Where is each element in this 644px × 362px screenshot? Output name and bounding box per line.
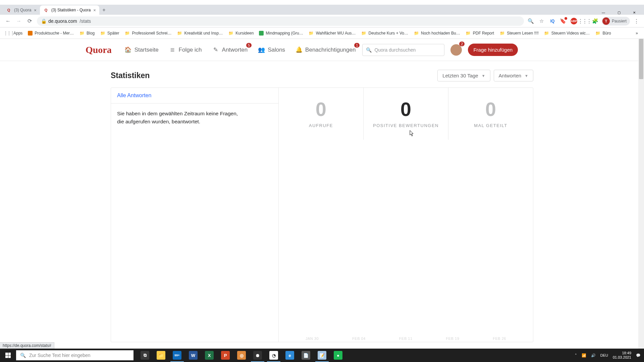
metric-aufrufe[interactable]: 0AUFRUFE — [279, 88, 364, 140]
chart-x-axis: JAN 30FEB 04FEB 11FEB 19FEB 26 — [279, 337, 533, 342]
taskbar-app-task-view[interactable]: ⧉ — [137, 349, 153, 362]
browser-tab-stats[interactable]: Q (3) Statistiken - Quora × — [40, 5, 99, 15]
close-window-button[interactable]: ✕ — [627, 10, 642, 15]
maximize-button[interactable]: ▢ — [611, 10, 627, 15]
bookmark-item[interactable]: 📁PDF Report — [463, 29, 497, 37]
new-tab-button[interactable]: + — [99, 5, 109, 15]
nav-benachrichtigungen[interactable]: 🔔Benachrichtigungen1 — [294, 46, 356, 54]
quora-search-input[interactable]: 🔍 Quora durchsuchen — [362, 44, 444, 56]
apps-grid-icon: ⋮⋮⋮ — [6, 31, 11, 36]
taskbar-app-notepad[interactable]: 📝 — [314, 349, 330, 362]
chrome-menu-icon[interactable]: ⋮ — [632, 17, 641, 25]
bookmark-item[interactable]: ⋮⋮⋮Apps — [3, 29, 25, 37]
x-axis-tick: FEB 26 — [493, 337, 506, 341]
taskbar-app-word[interactable]: W — [185, 349, 201, 362]
lock-icon: 🔒 — [41, 18, 46, 24]
tray-language[interactable]: DEU — [600, 353, 608, 357]
back-button[interactable]: ← — [3, 16, 13, 26]
bookmark-item[interactable]: 📁Noch hochladen Bu… — [411, 29, 463, 37]
tray-clock[interactable]: 18:49 01.03.2021 — [613, 351, 631, 360]
bookmark-item[interactable]: 📁Wahlfächer WU Aus… — [306, 29, 359, 37]
bookmark-item[interactable]: 📁Deutsche Kurs + Vo… — [359, 29, 411, 37]
bookmark-label: Büro — [602, 31, 611, 36]
bookmark-item[interactable]: 📁Büro — [592, 29, 613, 37]
taskbar-app-obs[interactable]: ⏺ — [250, 349, 266, 362]
quora-logo[interactable]: Quora — [86, 45, 112, 55]
profile-avatar[interactable]: 2 — [450, 44, 462, 56]
forward-button[interactable]: → — [14, 16, 23, 26]
all-answers-tab[interactable]: Alle Antworten — [111, 88, 278, 104]
bookmark-label: Steuern Lesen !!!! — [507, 31, 539, 36]
vertical-scrollbar[interactable] — [638, 39, 644, 349]
tray-notifications-icon[interactable]: 💬 — [636, 353, 641, 358]
taskbar-app-excel[interactable]: X — [201, 349, 217, 362]
metric-positive-bewertungen[interactable]: 0POSITIVE BEWERTUNGEN — [364, 88, 448, 140]
bookmark-label: Produktsuche - Mer… — [35, 31, 74, 36]
folder-icon: 📁 — [499, 31, 505, 36]
bookmark-item[interactable]: Produktsuche - Mer… — [25, 29, 76, 37]
tray-chevron-up-icon[interactable]: ˄ — [575, 353, 577, 358]
taskbar-app-spotify[interactable]: ● — [330, 349, 346, 362]
folder-icon: 📁 — [100, 31, 105, 36]
extension-grid-icon[interactable]: ⋮⋮⋮ — [580, 17, 589, 25]
bookmark-item[interactable]: 📁Später — [97, 29, 122, 37]
extension-abp-icon[interactable]: ABP — [570, 17, 578, 25]
nav-folge ich[interactable]: ≣Folge ich — [168, 46, 203, 54]
search-icon: 🔍 — [366, 47, 372, 53]
taskbar-app-mail[interactable]: 99+ — [169, 349, 185, 362]
extension-tag-icon[interactable]: 🔖 — [559, 17, 568, 25]
minimize-button[interactable]: — — [596, 10, 611, 15]
date-range-dropdown[interactable]: Letzten 30 Tage ▼ — [437, 70, 490, 81]
excel-icon: X — [205, 351, 214, 360]
bookmark-star-icon[interactable]: ☆ — [537, 17, 546, 25]
reload-button[interactable]: ⟳ — [25, 16, 34, 26]
taskbar-app-reader[interactable]: 📄 — [298, 349, 314, 362]
close-icon[interactable]: × — [93, 8, 96, 13]
content-type-dropdown[interactable]: Antworten ▼ — [494, 70, 533, 81]
browser-toolbar: ← → ⟳ 🔒 de.quora.com/stats 🔍 ☆ IQ 🔖 ABP … — [0, 15, 644, 27]
page-body: Statistiken Letzten 30 Tage ▼ Antworten … — [0, 61, 644, 342]
extensions-puzzle-icon[interactable]: 🧩 — [591, 17, 600, 25]
tray-network-icon[interactable]: 📶 — [582, 353, 586, 358]
taskbar-app-powerpoint[interactable]: P — [217, 349, 233, 362]
bookmark-item[interactable]: 📁Kreativität und Insp… — [174, 29, 226, 37]
task-view-icon: ⧉ — [141, 351, 149, 360]
obs-icon: ⏺ — [253, 351, 262, 360]
bookmark-item[interactable]: 📁Kursideen — [225, 29, 256, 37]
metric-mal-geteilt[interactable]: 0MAL GETEILT — [448, 88, 533, 140]
bookmark-item[interactable]: 📁Professionell Schrei… — [122, 29, 174, 37]
folder-icon: 📁 — [309, 31, 314, 36]
bookmark-item[interactable]: Mindmapping (Gru… — [256, 29, 306, 37]
start-button[interactable] — [0, 349, 16, 362]
brave-icon: ◎ — [237, 351, 246, 360]
bookmark-item[interactable]: 📁Steuern Videos wic… — [541, 29, 593, 37]
windows-search-input[interactable]: 🔍 Zur Suche Text hier eingeben — [16, 350, 133, 360]
ask-question-button[interactable]: Frage hinzufügen — [468, 44, 518, 56]
close-icon[interactable]: × — [34, 8, 37, 13]
profile-button[interactable]: T Pausiert — [602, 17, 630, 25]
metric-label: MAL GETEILT — [474, 123, 507, 128]
bookmark-label: Professionell Schrei… — [132, 31, 171, 36]
scrollbar-thumb[interactable] — [639, 39, 643, 79]
nav-antworten[interactable]: ✎Antworten5 — [211, 46, 249, 54]
bookmark-item[interactable]: 📁Steuern Lesen !!!! — [497, 29, 541, 37]
tab-title: (3) Quora — [14, 8, 31, 12]
page-viewport: Quora 🏠Startseite≣Folge ich✎Antworten5👥S… — [0, 39, 644, 349]
browser-tab-quora[interactable]: Q (3) Quora × — [3, 5, 40, 15]
tray-volume-icon[interactable]: 🔊 — [591, 353, 596, 358]
zoom-icon[interactable]: 🔍 — [527, 17, 535, 25]
taskbar-app-edge[interactable]: e — [282, 349, 298, 362]
extension-io-icon[interactable]: IQ — [548, 17, 557, 25]
bookmarks-overflow-icon[interactable]: » — [633, 29, 641, 37]
taskbar-app-chrome[interactable]: ◔ — [266, 349, 282, 362]
bookmark-item[interactable]: 📁Blog — [76, 29, 97, 37]
chevron-down-icon: ▼ — [525, 74, 528, 78]
nav-startseite[interactable]: 🏠Startseite — [124, 46, 159, 54]
nav-salons[interactable]: 👥Salons — [257, 46, 286, 54]
bookmark-label: Steuern Videos wic… — [551, 31, 590, 36]
taskbar-app-brave[interactable]: ◎ — [233, 349, 250, 362]
site-favicon-icon — [259, 31, 264, 36]
quora-header: Quora 🏠Startseite≣Folge ich✎Antworten5👥S… — [0, 39, 644, 61]
address-bar[interactable]: 🔒 de.quora.com/stats — [37, 16, 524, 26]
taskbar-app-file-explorer[interactable]: 📁 — [153, 349, 169, 362]
